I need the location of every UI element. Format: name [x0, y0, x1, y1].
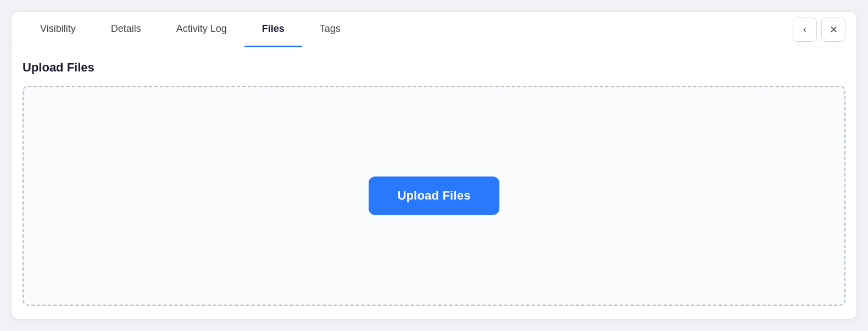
back-icon: ‹ [803, 24, 806, 35]
tab-visibility[interactable]: Visibility [23, 12, 93, 47]
tab-actions: ‹ ✕ [793, 18, 845, 42]
drop-zone[interactable]: Upload Files [23, 86, 845, 306]
tab-files[interactable]: Files [244, 12, 302, 47]
tab-details[interactable]: Details [93, 12, 159, 47]
section-title: Upload Files [23, 60, 845, 75]
back-button[interactable]: ‹ [793, 18, 817, 42]
panel: Visibility Details Activity Log Files Ta… [11, 12, 857, 319]
upload-files-button[interactable]: Upload Files [369, 176, 499, 215]
close-button[interactable]: ✕ [821, 18, 845, 42]
tab-bar: Visibility Details Activity Log Files Ta… [12, 12, 856, 47]
tabs: Visibility Details Activity Log Files Ta… [23, 12, 793, 47]
main-content: Upload Files Upload Files [12, 47, 856, 317]
tab-activity-log[interactable]: Activity Log [159, 12, 244, 47]
close-icon: ✕ [830, 24, 838, 36]
tab-tags[interactable]: Tags [302, 12, 358, 47]
